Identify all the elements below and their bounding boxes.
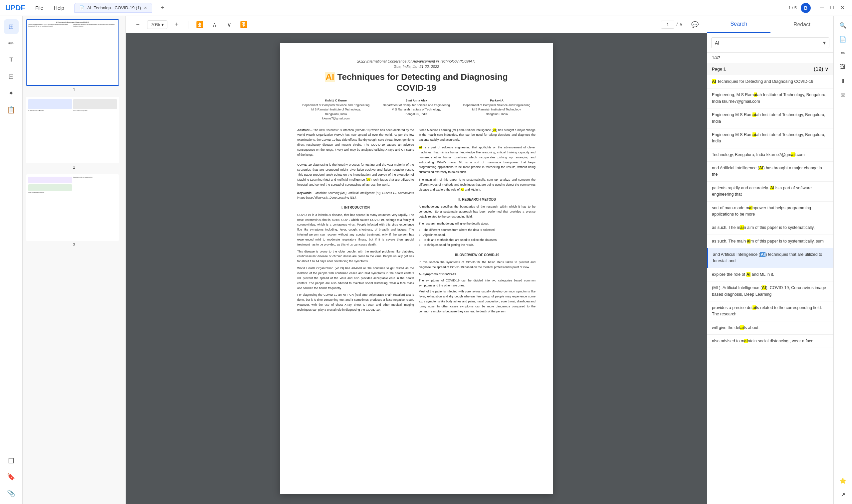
thumbnail-num-3: 3 <box>26 242 122 247</box>
thumbnail-num-1: 1 <box>26 87 122 92</box>
titlebar-right: 1 / 5 B ─ □ ✕ <box>788 3 847 13</box>
result-item-10[interactable]: as such. The main aim of this paper is t… <box>707 235 833 248</box>
symptoms-text: The symptoms of COVID-19 can be divided … <box>419 278 535 288</box>
sidebar-icon-annotate[interactable]: ✏ <box>4 36 19 51</box>
thumbnail-image-1: AI Techniques for Detecting and Diagnosi… <box>26 19 119 86</box>
left-sidebar: ⊞ ✏ T ⊟ ✦ 📋 ◫ 🔖 📎 <box>0 16 23 504</box>
active-tab[interactable]: 📄 AI_Techniqu...COVID-19 (1) ✕ <box>74 3 152 13</box>
menu-file[interactable]: File <box>32 4 47 12</box>
result-item-4[interactable]: Engineering M S Ramaiah Institute of Tec… <box>707 128 833 148</box>
sidebar-icon-bookmark[interactable]: 🔖 <box>4 469 19 484</box>
search-filter-icon[interactable]: ▾ <box>823 40 826 46</box>
sidebar-icon-edit-text[interactable]: T <box>4 53 19 67</box>
main-area: ⊞ ✏ T ⊟ ✦ 📋 ◫ 🔖 📎 AI Techniques for Dete… <box>0 16 852 504</box>
search-input[interactable] <box>715 40 820 46</box>
thumbnail-num-2: 2 <box>26 165 122 170</box>
result-item-2[interactable]: Engineering, M S Ramaiah Institute of Te… <box>707 89 833 108</box>
author-1-inst: M S Ramaiah Institute of Technology, <box>303 107 370 112</box>
thumbnail-page-3[interactable]: Scatter plots and data visualization... … <box>26 174 122 247</box>
page-last-button[interactable]: ⏬ <box>238 19 249 30</box>
comment-button[interactable]: 💬 <box>690 19 700 30</box>
result-item-12[interactable]: explore the role of AI and ML in it. <box>707 268 833 282</box>
thumbnail-page-1[interactable]: AI Techniques for Detecting and Diagnosi… <box>26 19 122 92</box>
keywords-text: Machine Learning (ML), Artificial Intell… <box>297 191 414 200</box>
page-group-header-1[interactable]: Page 1 (19) ∨ <box>707 63 833 75</box>
sidebar-icon-pages[interactable]: 📋 <box>4 103 19 117</box>
authors-row: Kshitij C Kurne Department of Computer S… <box>297 98 535 121</box>
user-avatar[interactable]: B <box>801 3 811 13</box>
fr-search-icon[interactable]: 🔍 <box>837 19 849 31</box>
page-separator: / <box>676 22 678 27</box>
sidebar-icon-layers[interactable]: ◫ <box>4 453 19 467</box>
page-prev-button[interactable]: ∧ <box>209 19 220 30</box>
minimize-button[interactable]: ─ <box>818 4 826 12</box>
add-tab-button[interactable]: + <box>158 4 167 12</box>
result-item-3[interactable]: Engineering M S Ramaiah Institute of Tec… <box>707 108 833 128</box>
bullet-2: Algorithms used. <box>423 233 535 237</box>
result-item-13[interactable]: (ML), Artificial Intelligence (AI), COVI… <box>707 282 833 301</box>
titlebar: UPDF File Help 📄 AI_Techniqu...COVID-19 … <box>0 0 852 16</box>
pdf-area: − 70% ▾ + ⏫ ∧ ∨ ⏬ / 5 💬 2022 Internation… <box>126 16 707 504</box>
pdf-content[interactable]: 2022 International Conference for Advanc… <box>126 33 707 504</box>
result-item-8[interactable]: sort of man-made mainpower that helps pr… <box>707 202 833 221</box>
zoom-in-button[interactable]: + <box>172 19 182 30</box>
search-results-list[interactable]: Page 1 (19) ∨ AI Techniques for Detectin… <box>707 63 833 504</box>
sidebar-icon-attachment[interactable]: 📎 <box>4 486 19 501</box>
result-item-7[interactable]: patients rapidly and accurately. AI is a… <box>707 182 833 202</box>
author-2-city: Bengaluru, India <box>383 112 450 117</box>
research-bullets: The different sources from where the dat… <box>423 228 535 248</box>
sidebar-icon-stamp[interactable]: ✦ <box>4 86 19 101</box>
fr-star-icon[interactable]: ⭐ <box>837 475 849 487</box>
result-item-1[interactable]: AI Techniques for Detecting and Diagnosi… <box>707 75 833 89</box>
fr-share-icon[interactable]: ↗ <box>837 489 849 501</box>
result-item-15[interactable]: will give the details about: <box>707 321 833 335</box>
result-item-6[interactable]: and Artificial Intelligence (AI) has bro… <box>707 162 833 182</box>
search-input-row: ▾ <box>711 37 829 48</box>
current-page-input[interactable] <box>661 21 674 29</box>
result-item-5[interactable]: Technology, Bengaluru, India kkurne7@gma… <box>707 148 833 162</box>
intro-text-2: This disease is prone to the older peopl… <box>297 249 414 264</box>
author-1: Kshitij C Kurne Department of Computer S… <box>303 98 370 121</box>
symptoms-text-2: Most of the patients infected with coron… <box>419 289 535 314</box>
fr-download-icon[interactable]: ⬇ <box>837 75 849 87</box>
author-2-inst: M S Ramaiah Institute of Technology, <box>383 107 450 112</box>
page-next-button[interactable]: ∨ <box>224 19 234 30</box>
maximize-button[interactable]: □ <box>828 4 836 12</box>
overview-heading: III. OVERVIEW OF COVID-19 <box>419 252 535 258</box>
result-item-16[interactable]: also advised to maintain social distanci… <box>707 335 833 348</box>
result-item-9[interactable]: as such. The main aim of this paper is t… <box>707 221 833 235</box>
bullet-4: Techniques used for getting the result. <box>423 242 535 248</box>
redact-tab[interactable]: Redact <box>770 16 834 33</box>
close-tab-icon[interactable]: ✕ <box>144 6 147 10</box>
page-nav-info: 1 / 5 <box>788 5 797 10</box>
thumbnail-page-2[interactable]: IV. DETECTION AND DIAGNOSIS... Various m… <box>26 97 122 170</box>
page-first-button[interactable]: ⏫ <box>194 19 205 30</box>
fr-document-icon[interactable]: 📄 <box>837 33 849 45</box>
zoom-selector[interactable]: 70% ▾ <box>147 20 167 29</box>
thumbnail-image-3: Scatter plots and data visualization... … <box>26 174 119 241</box>
research-text-1: A methodology specifies the boundaries o… <box>419 204 535 219</box>
zoom-out-button[interactable]: − <box>132 19 143 30</box>
author-2-dept: Department of Computer Science and Engin… <box>383 103 450 108</box>
search-count-text: 1/47 <box>712 55 720 60</box>
page-input-group: / 5 <box>661 21 682 29</box>
chevron-down-icon: ∨ <box>825 66 829 72</box>
pdf-page: 2022 International Conference for Advanc… <box>280 43 553 494</box>
author-1-name: Kshitij C Kurne <box>303 98 370 103</box>
search-tab[interactable]: Search <box>707 16 770 33</box>
author-3-dept: Department of Computer Science and Engin… <box>463 103 531 108</box>
close-button[interactable]: ✕ <box>838 4 847 12</box>
result-item-14[interactable]: provides a precise details related to th… <box>707 301 833 321</box>
author-3-name: Parkavi A <box>463 98 531 103</box>
fr-image-icon[interactable]: 🖼 <box>837 61 849 73</box>
tab-icon: 📄 <box>79 5 85 10</box>
fr-mail-icon[interactable]: ✉ <box>837 89 849 101</box>
sidebar-icon-thumbnail[interactable]: ⊞ <box>4 19 19 34</box>
fr-edit-icon[interactable]: ✏ <box>837 47 849 59</box>
abstract-text-2: COVID-19 diagnosing is the lengthy proce… <box>297 162 414 187</box>
author-3-inst: M S Ramaiah Institute of Technology, <box>463 107 531 112</box>
author-1-email: kkurne7@gmail.com <box>303 116 370 121</box>
sidebar-icon-organize[interactable]: ⊟ <box>4 69 19 84</box>
menu-help[interactable]: Help <box>51 4 68 12</box>
result-item-11[interactable]: and Artificial Intelligence (AI) techniq… <box>707 248 833 268</box>
